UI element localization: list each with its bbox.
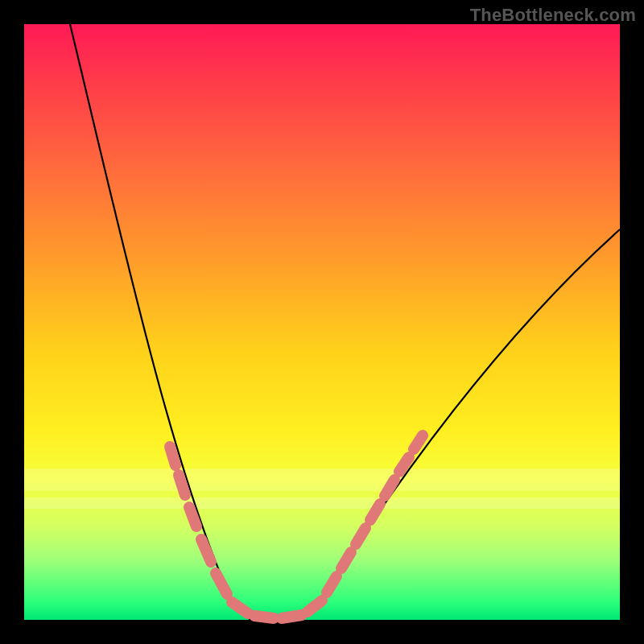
marker-segment: [414, 436, 423, 449]
marker-segment: [254, 616, 274, 618]
marker-segment: [216, 573, 227, 594]
marker-segment: [356, 528, 365, 544]
light-band: [24, 469, 620, 491]
marker-segment: [399, 457, 409, 472]
marker-segment: [232, 602, 248, 613]
bottleneck-curve: [70, 24, 620, 625]
marker-segment: [179, 475, 185, 495]
marker-segment: [201, 539, 211, 562]
marker-segment: [170, 447, 175, 465]
marker-segment: [189, 507, 196, 526]
marker-segment: [327, 576, 336, 592]
marker-segment: [308, 601, 322, 612]
chart-frame: TheBottleneck.com: [0, 0, 644, 644]
light-bands-group: [24, 469, 620, 509]
marker-segment: [341, 552, 351, 568]
plot-area: [24, 24, 620, 620]
watermark-text: TheBottleneck.com: [470, 5, 636, 26]
light-band: [24, 497, 620, 509]
marker-segment: [282, 615, 302, 618]
marker-segments-group: [170, 436, 423, 618]
chart-svg: [24, 24, 620, 620]
